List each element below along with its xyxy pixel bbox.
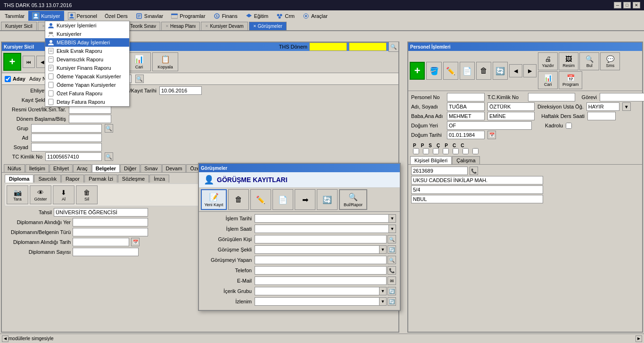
doc-tab-parmak[interactable]: Parmak İzi xyxy=(84,175,117,183)
gorusulen-search-btn[interactable]: 🔍 xyxy=(388,235,396,243)
ana-input[interactable] xyxy=(487,112,535,120)
donem-input[interactable] xyxy=(69,115,111,123)
menu-crm[interactable]: Crm xyxy=(272,11,298,21)
telefon-input[interactable] xyxy=(255,266,387,275)
haftalik-input[interactable] xyxy=(587,112,616,120)
menu-sinavlar[interactable]: Sınavlar xyxy=(132,11,167,21)
izlenim-input[interactable] xyxy=(255,297,379,306)
doc-button[interactable]: 📄 xyxy=(460,62,475,80)
icerik-grubu-input[interactable] xyxy=(255,287,379,295)
email-input[interactable] xyxy=(255,276,387,285)
personnel-nav-next[interactable]: ▶ xyxy=(523,64,537,77)
scroll-right-btn[interactable]: ▶ xyxy=(636,335,642,342)
city-input[interactable] xyxy=(411,195,543,203)
sub-tab-sinav[interactable]: Sınav xyxy=(140,164,161,172)
program-button[interactable]: 📅 Program xyxy=(559,71,582,89)
personnel-delete-button[interactable]: 🗑 xyxy=(476,62,491,80)
dropdown-kursiyer-finans[interactable]: Kursiyer Finans Raporu xyxy=(45,64,129,72)
personnel-tab-kisisel[interactable]: Kişisel Bilgileri xyxy=(410,156,452,164)
personnel-add-button[interactable]: + xyxy=(410,62,425,80)
dropdown-kursiyerler[interactable]: Kursiyerler xyxy=(45,30,129,38)
soyad-input[interactable] xyxy=(31,143,102,151)
menu-araclar[interactable]: Araçlar xyxy=(298,11,331,21)
cari-button[interactable]: 📊 Cari xyxy=(127,52,151,71)
kod-search-btn[interactable]: 🔍 xyxy=(135,75,144,83)
gorusulen-input[interactable] xyxy=(255,235,387,243)
islem-saati-input[interactable] xyxy=(255,225,388,233)
sub-tab-diger[interactable]: Diğer xyxy=(120,164,140,172)
doc-tab-diploma[interactable]: Diploma xyxy=(5,175,33,183)
personnel-tab-calisma[interactable]: Çalışma xyxy=(452,156,479,164)
alinan-yer-input[interactable] xyxy=(73,218,148,226)
islem-tarihi-dropdown[interactable]: ▼ xyxy=(388,214,396,223)
tahsil-input[interactable] xyxy=(54,208,148,217)
alinan-tarih-input[interactable] xyxy=(73,238,129,246)
dropdown-detay-fatura[interactable]: Detay Fatura Raporu xyxy=(45,98,129,106)
gorusme-refresh-button[interactable]: 🔄 xyxy=(317,189,338,210)
islem-tarihi-input[interactable] xyxy=(255,214,388,223)
close-button[interactable]: ✕ xyxy=(633,2,640,8)
maximize-button[interactable]: □ xyxy=(623,2,631,8)
tab-kursiyer-devam[interactable]: ✕ Kursiyer Devam xyxy=(201,22,248,30)
izlenim-refresh-btn[interactable]: 🔄 xyxy=(388,297,396,306)
gorusme-sekli-input[interactable] xyxy=(255,245,379,254)
menu-kursiyer[interactable]: Kursiyer xyxy=(28,11,64,21)
sub-tab-devam[interactable]: Devam xyxy=(162,164,186,172)
telefon-icon-btn[interactable]: 📞 xyxy=(388,266,396,275)
gorusme-view-button[interactable]: 📄 xyxy=(272,189,293,210)
sub-tab-nufus[interactable]: Nüfus xyxy=(4,164,25,172)
sub-tab-arac[interactable]: Araç xyxy=(73,164,91,172)
resim-button[interactable]: 🖼 Resim xyxy=(559,52,578,70)
copy-button[interactable]: 📋 Kopyala xyxy=(152,52,178,71)
izlenim-dropdown[interactable]: ▼ xyxy=(379,297,387,306)
scroll-left-btn[interactable]: ◀ xyxy=(2,335,8,342)
address1-input[interactable] xyxy=(411,176,543,184)
dropdown-kursiyer-islemleri[interactable]: Kursiyer İşlemleri xyxy=(45,21,129,30)
ad-input[interactable] xyxy=(31,134,102,142)
dropdown-mebbis-aday[interactable]: MEBBİS Aday İşlemleri xyxy=(45,38,129,47)
doc-tab-sozlesme[interactable]: Sözleşme xyxy=(118,175,149,183)
sil-button[interactable]: 🗑 Sil xyxy=(76,185,98,204)
edit-button[interactable]: ✏️ xyxy=(443,62,458,80)
phone-input[interactable] xyxy=(411,167,468,175)
yeni-kayit-button[interactable]: 📝 Yeni Kayıt xyxy=(201,189,227,210)
tc-input[interactable] xyxy=(45,152,102,161)
minimize-button[interactable]: ─ xyxy=(614,2,621,8)
gorusme-forward-button[interactable]: ➡ xyxy=(295,189,315,210)
ppsc-cb6[interactable] xyxy=(462,148,469,154)
menu-ozel-ders[interactable]: Özel Ders xyxy=(101,11,132,21)
islem-saati-dropdown[interactable]: ▼ xyxy=(388,225,396,233)
yazdir-button[interactable]: 🖨 Yazdır xyxy=(538,52,558,70)
ppsc-cb7[interactable] xyxy=(472,148,479,154)
grup-input[interactable] xyxy=(31,124,102,133)
dogumyeri-input[interactable] xyxy=(447,121,532,130)
aday-checkbox[interactable] xyxy=(5,76,11,82)
sayisi-input[interactable] xyxy=(73,248,139,256)
bul-rapor-button[interactable]: 🔍 Bul/Rapor xyxy=(339,189,367,210)
gorevi-input[interactable] xyxy=(600,93,644,101)
tara-button[interactable]: 📷 Tara xyxy=(7,185,28,204)
email-icon-btn[interactable]: ✉ xyxy=(388,276,396,285)
sub-tab-belgeler[interactable]: Belgeler xyxy=(92,164,120,172)
ppsc-cb5[interactable] xyxy=(453,148,459,154)
gorusmeyi-yapan-search-btn[interactable]: 🔍 xyxy=(388,256,396,264)
menu-programlar[interactable]: Programlar xyxy=(167,11,209,21)
ppsc-cb4[interactable] xyxy=(443,148,449,154)
tc-search-btn[interactable]: 🔍 xyxy=(105,152,113,161)
nav-first-button[interactable]: ⏮ xyxy=(23,56,35,68)
doc-tab-savcilik[interactable]: Savcılık xyxy=(34,175,61,183)
direk-input[interactable] xyxy=(586,102,619,111)
ths-donem-input[interactable] xyxy=(309,42,347,51)
menu-tanimlar[interactable]: Tanımlar xyxy=(1,11,28,21)
menu-egitim[interactable]: Eğitim xyxy=(241,11,272,21)
sms-button[interactable]: 💬 Sms xyxy=(600,52,620,70)
dropdown-devamsizlik[interactable]: Devamsızlık Raporu xyxy=(45,55,129,64)
tc-kimlik-input[interactable] xyxy=(528,93,575,101)
goster-button[interactable]: 👁 Göster xyxy=(30,185,51,204)
dogumtarihi-input[interactable] xyxy=(447,131,485,139)
personel-no-input[interactable] xyxy=(447,93,485,101)
dropdown-eksik-evrak[interactable]: Eksik Evrak Raporu xyxy=(45,47,129,55)
bul-button[interactable]: 🔍 Bul xyxy=(579,52,599,70)
personnel-cari-button[interactable]: 📊 Cari xyxy=(538,71,558,89)
direk-dropdown-btn[interactable]: ▼ xyxy=(622,102,631,111)
